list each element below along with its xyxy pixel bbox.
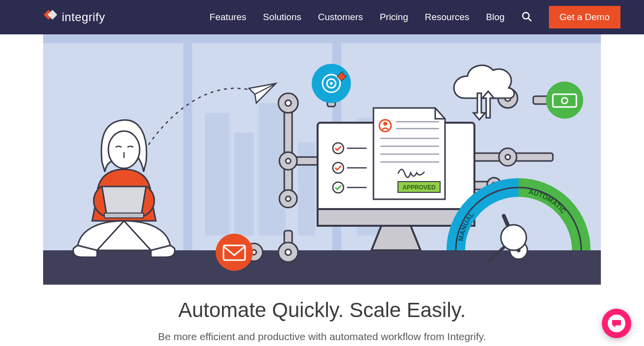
search-icon (521, 11, 532, 24)
money-icon (546, 81, 583, 119)
document-illustration: APPROVED (373, 108, 445, 199)
cta-get-demo-button[interactable]: Get a Demo (549, 6, 620, 28)
hero: APPROVED MANUAL AUTOMATIC (0, 34, 644, 285)
brand-logo[interactable]: integrify (43, 9, 105, 25)
navbar: integrify Features Solutions Customers P… (0, 0, 644, 34)
svg-point-37 (505, 155, 510, 160)
brand-logo-icon (43, 9, 57, 25)
svg-point-2 (522, 12, 529, 19)
svg-point-27 (286, 159, 291, 163)
svg-line-3 (528, 18, 531, 21)
svg-point-31 (285, 249, 291, 255)
hero-headline: Automate Quickly. Scale Easily. (0, 298, 644, 322)
target-icon (312, 64, 351, 103)
nav-link-features[interactable]: Features (210, 12, 247, 23)
chat-launcher-button[interactable] (602, 309, 631, 338)
svg-rect-9 (234, 133, 254, 236)
svg-rect-10 (259, 103, 286, 236)
svg-rect-16 (104, 213, 144, 218)
nav-link-pricing[interactable]: Pricing (380, 12, 408, 23)
svg-point-59 (383, 122, 387, 126)
svg-rect-17 (284, 103, 292, 199)
svg-rect-51 (318, 209, 474, 226)
svg-point-44 (330, 82, 333, 85)
envelope-icon (216, 234, 253, 271)
svg-point-14 (108, 131, 140, 168)
svg-rect-8 (205, 113, 229, 236)
svg-point-47 (546, 81, 583, 119)
svg-rect-6 (183, 34, 192, 285)
nav-link-customers[interactable]: Customers (318, 12, 363, 23)
svg-point-29 (286, 196, 291, 201)
nav-right: Features Solutions Customers Pricing Res… (210, 6, 620, 28)
search-button[interactable] (521, 11, 532, 24)
approved-stamp-label: APPROVED (402, 184, 436, 191)
hero-subhead: Be more efficient and productive with au… (0, 331, 644, 343)
svg-point-45 (216, 234, 253, 271)
brand-name: integrify (62, 10, 105, 24)
hero-headline-wrap: Automate Quickly. Scale Easily. (0, 298, 644, 322)
svg-point-25 (285, 100, 291, 106)
nav-link-blog[interactable]: Blog (486, 12, 505, 23)
hero-illustration: APPROVED MANUAL AUTOMATIC (43, 34, 601, 285)
svg-rect-5 (43, 34, 601, 43)
nav-link-solutions[interactable]: Solutions (263, 12, 301, 23)
chat-icon (608, 315, 625, 332)
nav-link-resources[interactable]: Resources (425, 12, 470, 23)
